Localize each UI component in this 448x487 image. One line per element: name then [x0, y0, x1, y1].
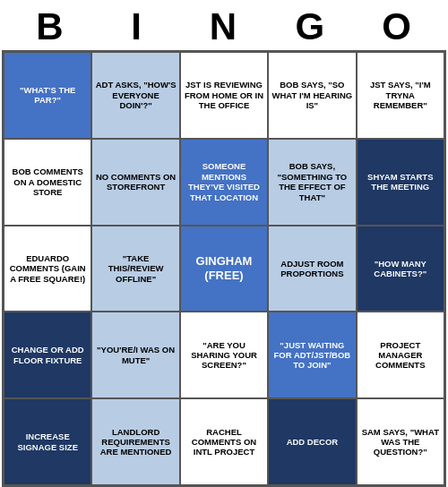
bingo-cell-15[interactable]: CHANGE OR ADD FLOOR FIXTURE: [4, 312, 91, 398]
bingo-cell-6[interactable]: NO COMMENTS ON STOREFRONT: [91, 139, 179, 226]
bingo-title: B I N G O: [0, 0, 448, 50]
bingo-cell-0[interactable]: "WHAT'S THE PAR?": [4, 52, 91, 139]
bingo-cell-13[interactable]: ADJUST ROOM PROPORTIONS: [268, 226, 356, 312]
bingo-cell-3[interactable]: BOB SAYS, "SO WHAT I'M HEARING IS": [268, 52, 356, 139]
bingo-cell-21[interactable]: LANDLORD REQUIREMENTS ARE MENTIONED: [91, 398, 179, 485]
title-o: O: [358, 5, 437, 48]
title-i: I: [98, 5, 177, 48]
bingo-cell-19[interactable]: PROJECT MANAGER COMMENTS: [357, 312, 444, 398]
bingo-cell-5[interactable]: BOB COMMENTS ON A DOMESTIC STORE: [4, 139, 91, 226]
bingo-cell-20[interactable]: INCREASE SIGNAGE SIZE: [4, 398, 91, 485]
bingo-cell-11[interactable]: "TAKE THIS/REVIEW OFFLINE": [91, 226, 179, 312]
bingo-cell-10[interactable]: EDUARDO COMMENTS (GAIN A FREE SQUARE!): [4, 226, 91, 312]
bingo-cell-8[interactable]: BOB SAYS, "SOMETHING TO THE EFFECT OF TH…: [268, 139, 356, 226]
title-b: B: [11, 5, 90, 48]
bingo-cell-22[interactable]: RACHEL COMMENTS ON INTL PROJECT: [180, 398, 268, 485]
bingo-cell-16[interactable]: "YOU'RE/I WAS ON MUTE": [91, 312, 179, 398]
bingo-cell-7[interactable]: SOMEONE MENTIONS THEY'VE VISITED THAT LO…: [180, 139, 268, 226]
bingo-grid: "WHAT'S THE PAR?"ADT ASKS, "HOW'S EVERYO…: [2, 50, 446, 487]
bingo-cell-2[interactable]: JST IS REVIEWING FROM HOME OR IN THE OFF…: [180, 52, 268, 139]
bingo-cell-12[interactable]: GINGHAM (FREE): [180, 226, 268, 312]
bingo-cell-9[interactable]: SHYAM STARTS THE MEETING: [357, 139, 444, 226]
title-g: G: [271, 5, 350, 48]
bingo-cell-17[interactable]: "ARE YOU SHARING YOUR SCREEN?": [180, 312, 268, 398]
bingo-cell-18[interactable]: "JUST WAITING FOR ADT/JST/BOB TO JOIN": [268, 312, 356, 398]
bingo-cell-4[interactable]: JST SAYS, "I'M TRYNA REMEMBER": [357, 52, 444, 139]
bingo-cell-24[interactable]: SAM SAYS, "WHAT WAS THE QUESTION?": [357, 398, 444, 485]
bingo-cell-1[interactable]: ADT ASKS, "HOW'S EVERYONE DOIN'?": [91, 52, 179, 139]
title-n: N: [185, 5, 263, 48]
bingo-cell-23[interactable]: ADD DECOR: [268, 398, 356, 485]
bingo-cell-14[interactable]: "HOW MANY CABINETS?": [357, 226, 444, 312]
